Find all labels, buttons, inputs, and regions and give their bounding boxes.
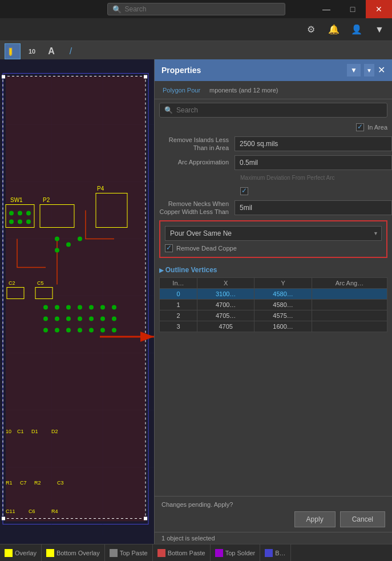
search-icon: 🔍 [112, 5, 122, 14]
table-row[interactable]: 14700…4580… [160, 300, 387, 310]
svg-point-36 [66, 305, 71, 310]
svg-text:C7: C7 [20, 480, 27, 486]
status-item[interactable]: Bottom Overlay [42, 544, 105, 561]
svg-point-40 [112, 305, 116, 310]
svg-point-44 [78, 317, 82, 321]
svg-point-53 [100, 328, 105, 333]
chevron-down-icon[interactable]: ▼ [373, 23, 386, 37]
properties-close-button[interactable]: ✕ [378, 66, 385, 75]
dropdown-button[interactable]: ▼ [364, 64, 374, 76]
svg-point-37 [78, 305, 82, 310]
pour-select-wrapper: Pour Over Same Ne [165, 226, 382, 241]
status-item[interactable]: Overlay [0, 544, 42, 561]
remove-necks-input[interactable] [235, 200, 392, 215]
table-row[interactable]: 03100…4580… [160, 289, 387, 300]
remove-islands-label: Remove Islands Less Than in Area [155, 136, 235, 152]
status-item[interactable]: Top Paste [105, 544, 153, 561]
svg-text:P4: P4 [97, 185, 104, 192]
status-item[interactable]: Bottom Paste [153, 544, 211, 561]
cell-index: 3 [160, 321, 197, 332]
properties-footer: Changes pending. Apply? Apply Cancel [155, 496, 392, 532]
svg-point-32 [66, 243, 71, 247]
arc-approx-row: Arc Approximation [155, 155, 392, 171]
svg-point-48 [43, 328, 48, 333]
col-y: Y [254, 278, 312, 289]
svg-text:10: 10 [6, 429, 11, 434]
svg-text:C6: C6 [29, 508, 35, 514]
svg-point-43 [66, 317, 71, 321]
in-area-row: In Area [155, 121, 392, 134]
svg-rect-69 [2, 517, 5, 520]
selection-info: 1 object is selected [155, 532, 392, 544]
pour-select[interactable]: Pour Over Same Ne [165, 226, 382, 241]
svg-point-54 [112, 328, 116, 333]
status-label: Bottom Paste [168, 550, 205, 556]
tab-components[interactable]: mponents (and 12 more) [206, 86, 281, 95]
gear-icon[interactable]: ⚙ [304, 23, 318, 37]
status-color-indicator [110, 549, 118, 557]
user-icon[interactable]: 👤 [350, 23, 363, 37]
properties-search-box[interactable]: 🔍 [159, 103, 387, 118]
tool-text[interactable]: A [43, 43, 59, 59]
minimize-button[interactable]: — [313, 0, 340, 18]
table-row[interactable]: 347051600… [160, 321, 387, 332]
svg-rect-13 [6, 76, 146, 522]
cancel-button[interactable]: Cancel [340, 511, 385, 527]
status-item[interactable]: B… [260, 544, 290, 561]
pcb-canvas[interactable]: SW1 P2 P4 C2 C5 [0, 59, 154, 544]
outline-header[interactable]: Outline Vertices [159, 266, 387, 274]
cell-arc [312, 289, 387, 300]
svg-text:C2: C2 [9, 280, 15, 286]
bell-icon[interactable]: 🔔 [327, 23, 341, 37]
tab-polygon-pour[interactable]: Polygon Pour [159, 86, 204, 95]
svg-rect-68 [144, 75, 147, 79]
svg-point-30 [55, 237, 59, 241]
search-input[interactable] [125, 5, 280, 13]
status-label: B… [275, 550, 285, 556]
svg-point-31 [55, 248, 59, 253]
status-bar: OverlayBottom OverlayTop PasteBottom Pas… [0, 544, 392, 561]
status-color-indicator [5, 549, 13, 557]
properties-title: Properties [161, 66, 201, 75]
title-bar: 🔍 — □ ✕ [0, 0, 392, 18]
remove-dead-label: Remove Dead Coppe [176, 245, 237, 252]
col-index: In… [160, 278, 197, 289]
close-button[interactable]: ✕ [366, 0, 392, 18]
svg-point-42 [55, 317, 59, 321]
in-area-checkbox[interactable] [356, 123, 364, 131]
svg-point-39 [100, 305, 105, 310]
tool-number[interactable]: 10 [24, 43, 40, 59]
arc-approx-checkbox[interactable] [240, 187, 248, 195]
filter-button[interactable]: ▼ [347, 64, 361, 76]
status-label: Top Paste [120, 550, 148, 556]
arc-approx-input[interactable] [235, 155, 392, 170]
remove-islands-input[interactable] [235, 136, 392, 151]
remove-dead-checkbox[interactable] [165, 244, 173, 252]
apply-button[interactable]: Apply [294, 511, 336, 527]
svg-text:P2: P2 [43, 197, 50, 203]
svg-point-17 [18, 211, 22, 216]
arc-approx-hint: Maximum Deviation From Perfect Arc [155, 173, 392, 185]
cell-index: 2 [160, 310, 197, 321]
svg-rect-67 [2, 75, 5, 79]
main-toolbar: ⚙ 🔔 👤 ▼ [0, 18, 392, 41]
maximize-button[interactable]: □ [340, 0, 366, 18]
properties-content[interactable]: In Area Remove Islands Less Than in Area… [155, 121, 392, 496]
svg-text:C3: C3 [57, 480, 64, 486]
status-item[interactable]: Top Solder [211, 544, 261, 561]
search-bar[interactable]: 🔍 [107, 3, 285, 15]
cell-y: 4575… [254, 310, 312, 321]
tool-line[interactable]: / [63, 43, 79, 59]
properties-search-input[interactable] [176, 106, 382, 114]
svg-marker-1 [9, 55, 12, 56]
tool-pencil[interactable] [5, 43, 21, 59]
cell-x: 4700… [197, 300, 254, 310]
svg-point-51 [78, 328, 82, 333]
svg-point-52 [89, 328, 94, 333]
table-row[interactable]: 24705…4575… [160, 310, 387, 321]
svg-point-45 [89, 317, 94, 321]
svg-point-16 [9, 211, 14, 216]
outline-section: Outline Vertices In… X Y Arc Ang… 03100…… [155, 263, 392, 336]
svg-point-18 [26, 211, 31, 216]
status-label: Bottom Overlay [56, 550, 100, 556]
